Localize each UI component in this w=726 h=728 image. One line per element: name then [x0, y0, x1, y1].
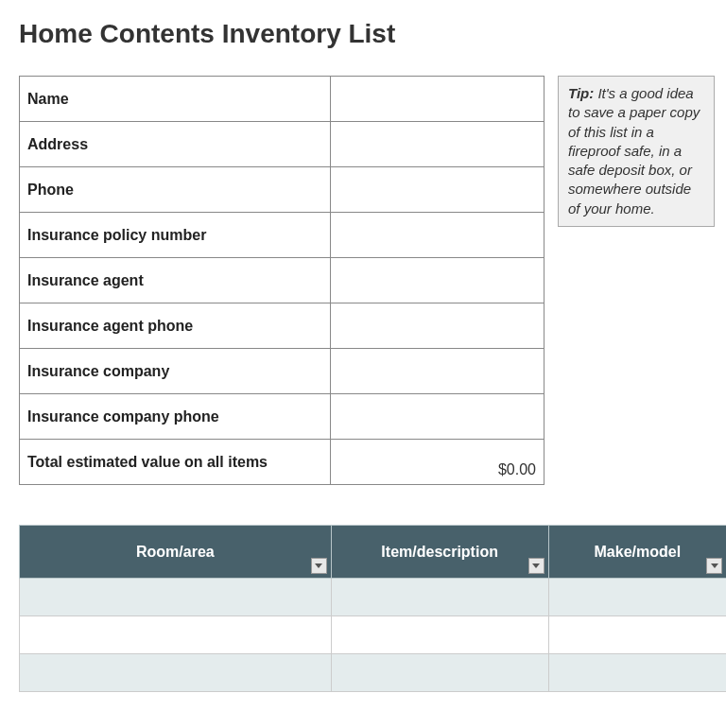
tip-label: Tip: [568, 85, 594, 101]
cell-item[interactable] [331, 654, 548, 692]
label-agent-phone: Insurance agent phone [20, 303, 331, 349]
label-address: Address [20, 122, 331, 167]
page-title: Home Contents Inventory List [19, 19, 726, 49]
input-company[interactable] [331, 349, 544, 394]
cell-room[interactable] [20, 616, 332, 654]
dropdown-icon[interactable] [311, 558, 327, 574]
dropdown-icon[interactable] [528, 558, 544, 574]
input-agent[interactable] [331, 258, 544, 303]
input-agent-phone[interactable] [331, 303, 544, 349]
cell-make[interactable] [548, 654, 726, 692]
label-policy-number: Insurance policy number [20, 213, 331, 258]
cell-room[interactable] [20, 579, 332, 616]
input-company-phone[interactable] [331, 394, 544, 440]
input-policy-number[interactable] [331, 213, 544, 258]
input-name[interactable] [331, 77, 544, 122]
label-total: Total estimated value on all items [20, 440, 331, 485]
input-phone[interactable] [331, 167, 544, 213]
dropdown-icon[interactable] [706, 558, 722, 574]
cell-make[interactable] [548, 579, 726, 616]
input-address[interactable] [331, 122, 544, 167]
label-name: Name [20, 77, 331, 122]
tip-text: It's a good idea to save a paper copy of… [568, 85, 700, 217]
label-company-phone: Insurance company phone [20, 394, 331, 440]
column-header-room: Room/area [20, 526, 332, 579]
column-label-item: Item/description [381, 544, 498, 560]
column-header-make: Make/model [548, 526, 726, 579]
label-company: Insurance company [20, 349, 331, 394]
info-table: Name Address Phone Insurance policy numb… [19, 76, 544, 485]
column-header-item: Item/description [331, 526, 548, 579]
top-section: Name Address Phone Insurance policy numb… [19, 76, 726, 485]
cell-room[interactable] [20, 654, 332, 692]
column-label-room: Room/area [136, 544, 215, 560]
cell-item[interactable] [331, 579, 548, 616]
cell-make[interactable] [548, 616, 726, 654]
label-agent: Insurance agent [20, 258, 331, 303]
cell-item[interactable] [331, 616, 548, 654]
items-table: Room/area Item/description Make/model [19, 525, 726, 692]
column-label-make: Make/model [595, 544, 682, 560]
label-phone: Phone [20, 167, 331, 213]
tip-box: Tip: It's a good idea to save a paper co… [558, 76, 715, 227]
value-total: $0.00 [331, 440, 544, 485]
